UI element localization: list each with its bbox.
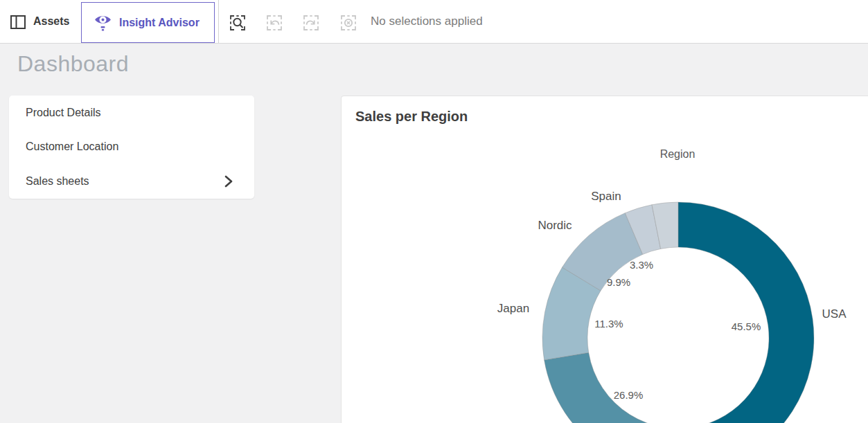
sheet-item-label: Sales sheets: [26, 175, 89, 188]
smart-search-button[interactable]: [229, 14, 247, 32]
slice-name-label-usa: USA: [822, 307, 847, 321]
undo-selection-button[interactable]: [265, 14, 283, 32]
donut-slice-unlabeled-2[interactable]: [544, 352, 716, 423]
chevron-right-icon: [224, 175, 233, 188]
undo-selection-icon: [265, 14, 283, 32]
donut-slice-usa[interactable]: [678, 202, 814, 423]
assets-button[interactable]: Assets: [10, 0, 69, 43]
smart-search-icon: [229, 14, 247, 32]
slice-name-label-nordic: Nordic: [538, 219, 572, 233]
sheet-item-customer-location[interactable]: Customer Location: [9, 130, 254, 165]
insight-advisor-icon: [94, 12, 112, 33]
slice-name-label-japan: Japan: [497, 302, 529, 316]
insight-advisor-button[interactable]: Insight Advisor: [81, 2, 215, 43]
assets-label: Assets: [33, 15, 69, 28]
slice-pct-label-45-5: 45.5%: [732, 321, 761, 332]
page-title: Dashboard: [17, 51, 129, 77]
sheet-item-product-details[interactable]: Product Details: [9, 96, 254, 130]
selections-status: No selections applied: [371, 0, 483, 43]
app-screen: Assets Insight Advisor: [0, 0, 868, 423]
sales-per-region-chart: Sales per Region Region USAJapanNordicSp…: [341, 96, 868, 423]
clear-selections-icon: [339, 14, 357, 32]
sheet-item-label: Customer Location: [26, 141, 118, 153]
slice-pct-label-9-9: 9.9%: [607, 276, 630, 288]
slice-pct-label-26-9: 26.9%: [614, 389, 644, 401]
sheet-item-sales-sheets[interactable]: Sales sheets: [9, 164, 254, 199]
chart-title: Sales per Region: [355, 109, 468, 125]
redo-selection-button[interactable]: [302, 14, 320, 32]
dimension-label: Region: [660, 148, 696, 161]
sheet-item-label: Product Details: [26, 107, 101, 119]
insight-advisor-label: Insight Advisor: [119, 17, 200, 29]
slice-pct-label-11-3: 11.3%: [594, 318, 623, 330]
clear-selections-button[interactable]: [339, 14, 357, 32]
slice-name-label-spain: Spain: [591, 190, 621, 204]
sheet-list-panel: Product DetailsCustomer LocationSales sh…: [9, 96, 254, 199]
slice-pct-label-3-3: 3.3%: [630, 259, 653, 271]
panel-left-icon: [10, 13, 26, 30]
toolbar-divider: [218, 0, 219, 43]
top-toolbar: Assets Insight Advisor: [0, 0, 868, 44]
redo-selection-icon: [302, 14, 320, 32]
